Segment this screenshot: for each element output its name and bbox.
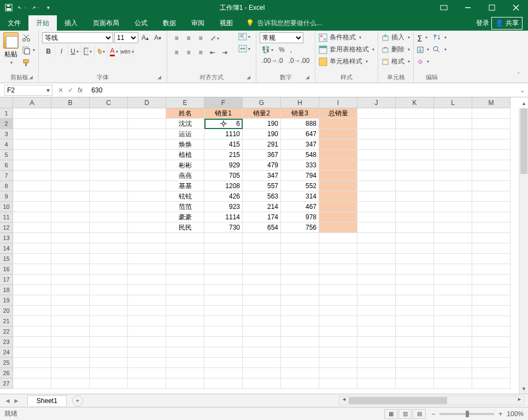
- zoom-out-icon[interactable]: −: [431, 410, 435, 418]
- cell[interactable]: [357, 254, 396, 264]
- cell[interactable]: [128, 326, 166, 337]
- cell[interactable]: 557: [243, 181, 281, 191]
- cell[interactable]: 548: [281, 150, 319, 160]
- cell[interactable]: [396, 243, 434, 254]
- cell[interactable]: [319, 181, 357, 191]
- cell[interactable]: [357, 264, 396, 275]
- share-button[interactable]: 👤共享: [491, 17, 523, 30]
- cell[interactable]: [396, 223, 434, 233]
- cell[interactable]: [319, 337, 357, 347]
- cell[interactable]: [128, 212, 166, 223]
- cell[interactable]: [51, 254, 90, 264]
- cell[interactable]: [319, 191, 357, 202]
- cell[interactable]: [434, 285, 472, 295]
- tab-insert[interactable]: 插入: [57, 15, 85, 31]
- cell[interactable]: [319, 378, 357, 389]
- cell[interactable]: [204, 254, 243, 264]
- cell[interactable]: 190: [243, 119, 281, 129]
- cell[interactable]: [90, 150, 128, 160]
- cell[interactable]: [51, 358, 90, 368]
- close-icon[interactable]: [504, 0, 528, 15]
- cell[interactable]: [281, 368, 319, 378]
- cell[interactable]: [281, 316, 319, 326]
- cell[interactable]: 347: [281, 139, 319, 150]
- table-format-button[interactable]: 套用表格格式▾: [319, 44, 374, 55]
- cell[interactable]: [357, 285, 396, 295]
- cell[interactable]: [204, 295, 243, 306]
- cell[interactable]: [319, 119, 357, 129]
- cell[interactable]: [204, 347, 243, 358]
- undo-icon[interactable]: ▾: [17, 3, 26, 12]
- cell[interactable]: [357, 295, 396, 306]
- cell[interactable]: [396, 378, 434, 389]
- cell[interactable]: [472, 191, 511, 202]
- cell[interactable]: [13, 316, 51, 326]
- cell[interactable]: [434, 264, 472, 275]
- cell[interactable]: [281, 378, 319, 389]
- cell[interactable]: [166, 254, 204, 264]
- cell[interactable]: [13, 378, 51, 389]
- cell[interactable]: 销量3: [281, 108, 319, 119]
- find-select-button[interactable]: ▾: [432, 44, 447, 55]
- cell[interactable]: [472, 202, 511, 212]
- cell[interactable]: [434, 139, 472, 150]
- tab-layout[interactable]: 页面布局: [85, 15, 127, 31]
- cell[interactable]: [13, 139, 51, 150]
- cell[interactable]: [472, 233, 511, 243]
- cell[interactable]: [472, 358, 511, 368]
- grow-font-button[interactable]: A▴: [139, 33, 151, 42]
- cell[interactable]: 总销量: [319, 108, 357, 119]
- scroll-down-icon[interactable]: ▼: [519, 384, 528, 394]
- cell[interactable]: [90, 347, 128, 358]
- cell[interactable]: [128, 119, 166, 129]
- cell[interactable]: [243, 316, 281, 326]
- cell[interactable]: [357, 150, 396, 160]
- cell[interactable]: 923: [204, 202, 243, 212]
- cell[interactable]: 彬彬: [166, 160, 204, 171]
- cell[interactable]: [90, 316, 128, 326]
- cell[interactable]: [472, 316, 511, 326]
- cell[interactable]: [472, 306, 511, 316]
- cell[interactable]: [90, 368, 128, 378]
- cell[interactable]: [166, 275, 204, 285]
- cell[interactable]: [396, 212, 434, 223]
- cell[interactable]: 467: [281, 202, 319, 212]
- insert-cells-button[interactable]: 插入▾: [382, 32, 410, 43]
- collapse-ribbon-icon[interactable]: ˄: [517, 72, 526, 80]
- cell[interactable]: [472, 254, 511, 264]
- align-middle-button[interactable]: ≡: [183, 32, 195, 44]
- cell[interactable]: [472, 368, 511, 378]
- cell[interactable]: [396, 181, 434, 191]
- cell[interactable]: 794: [281, 171, 319, 181]
- cell[interactable]: [396, 191, 434, 202]
- row-header[interactable]: 1: [0, 108, 13, 119]
- cell[interactable]: [281, 337, 319, 347]
- cell[interactable]: [90, 285, 128, 295]
- cell[interactable]: [13, 150, 51, 160]
- cell[interactable]: 焕焕: [166, 139, 204, 150]
- wrap-text-button[interactable]: ▾: [236, 32, 253, 41]
- cell[interactable]: [128, 150, 166, 160]
- cell[interactable]: [51, 139, 90, 150]
- cell[interactable]: [357, 191, 396, 202]
- cell[interactable]: [434, 119, 472, 129]
- cell[interactable]: [204, 233, 243, 243]
- cell[interactable]: [396, 254, 434, 264]
- cell[interactable]: [166, 337, 204, 347]
- scroll-thumb[interactable]: [520, 108, 527, 174]
- sheet-nav-next-icon[interactable]: ►: [13, 397, 20, 405]
- cell[interactable]: 174: [243, 212, 281, 223]
- cell[interactable]: [472, 119, 511, 129]
- view-normal-icon[interactable]: ▦: [384, 409, 397, 419]
- row-header[interactable]: 5: [0, 150, 13, 160]
- cell[interactable]: [13, 295, 51, 306]
- row-header[interactable]: 24: [0, 347, 13, 358]
- maximize-icon[interactable]: [480, 0, 504, 15]
- row-header[interactable]: 9: [0, 191, 13, 202]
- cell[interactable]: [51, 243, 90, 254]
- dialog-launcher-icon[interactable]: ◢: [156, 74, 162, 81]
- cell[interactable]: 705: [204, 171, 243, 181]
- cell[interactable]: [166, 243, 204, 254]
- row-header[interactable]: 17: [0, 275, 13, 285]
- cell[interactable]: [434, 306, 472, 316]
